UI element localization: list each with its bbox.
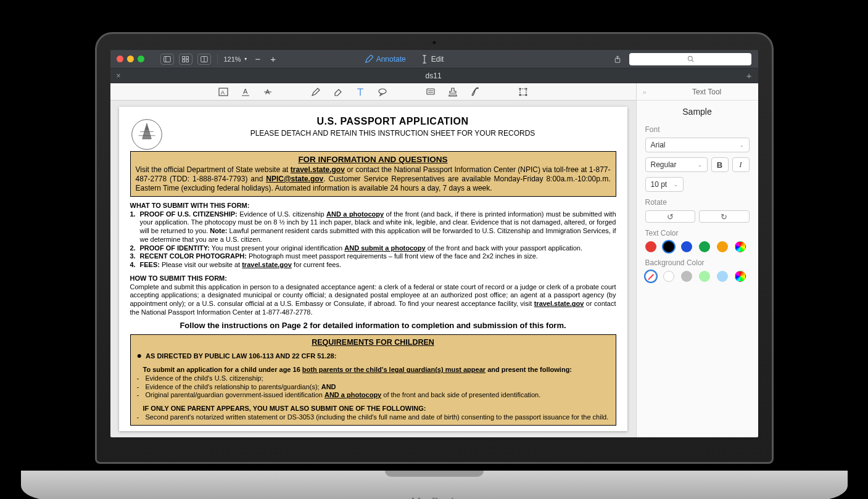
t: AND (321, 383, 336, 390)
tab-close-button[interactable]: × (110, 72, 127, 80)
font-style-dropdown[interactable]: Regular ⌄ (645, 157, 708, 172)
italic-button[interactable]: I (732, 157, 750, 172)
font-size-value: 10 pt (651, 180, 668, 189)
annotate-label: Annotate (376, 55, 406, 64)
info-heading: FOR INFORMATION AND QUESTIONS (136, 155, 611, 165)
svg-rect-26 (520, 89, 526, 95)
t: Evidence of the child's U.S. citizenship… (146, 374, 263, 383)
font-family-value: Arial (651, 141, 666, 149)
selection-icon[interactable] (518, 86, 529, 97)
svg-point-12 (688, 56, 692, 60)
stamp-icon[interactable] (447, 86, 458, 97)
t: Second parent's notarized written statem… (146, 413, 609, 422)
signature-icon[interactable] (469, 86, 481, 97)
t: AND submit a photocopy (344, 244, 425, 252)
italic-label: I (739, 160, 742, 170)
chevron-down-icon: ⌄ (674, 182, 678, 188)
font-size-dropdown[interactable]: 10 pt ⌄ (645, 177, 684, 192)
text-style-icon[interactable]: A (218, 86, 229, 97)
strikethrough-icon[interactable]: A (262, 86, 273, 97)
edit-mode-button[interactable]: Edit (421, 55, 444, 64)
tab-title[interactable]: ds11 (127, 72, 740, 80)
doc-subtitle: PLEASE DETACH AND RETAIN THIS INSTRUCTIO… (130, 129, 616, 138)
svg-point-22 (379, 89, 386, 94)
text-color-picker[interactable] (735, 241, 746, 252)
text-color-swatch[interactable] (663, 241, 674, 252)
svg-point-29 (519, 94, 521, 96)
underline-icon[interactable]: A (240, 86, 251, 97)
req-one: IF ONLY ONE PARENT APPEARS, YOU MUST ALS… (143, 405, 426, 412)
eraser-icon[interactable] (333, 86, 344, 97)
t: Please visit our website at (160, 261, 242, 268)
svg-point-27 (519, 88, 521, 89)
text-color-label: Text Color (645, 229, 750, 237)
sidebar-toggle-button[interactable] (160, 54, 174, 65)
text-color-swatch[interactable] (645, 241, 656, 252)
callout-icon[interactable] (377, 86, 388, 97)
req-directed: AS DIRECTED BY PUBLIC LAW 106-113 AND 22… (146, 352, 336, 360)
rotate-cw-button[interactable]: ↻ (699, 210, 750, 223)
what-heading: WHAT TO SUBMIT WITH THIS FORM: (130, 202, 616, 210)
text-color-swatch[interactable] (699, 241, 710, 252)
text-color-swatch[interactable] (681, 241, 692, 252)
t: travel.state.gov (534, 300, 584, 307)
zoom-value: 121% (224, 56, 241, 63)
doc-title: U.S. PASSPORT APPLICATION (130, 115, 616, 128)
zoom-level[interactable]: 121% ▼ (224, 56, 248, 63)
bg-color-swatch[interactable] (663, 271, 674, 282)
tab-bar: × ds11 + (110, 68, 758, 83)
how-body: Complete and submit this application in … (130, 283, 616, 317)
tab-add-button[interactable]: + (740, 70, 758, 81)
svg-rect-2 (182, 56, 184, 59)
font-family-dropdown[interactable]: Arial ⌄ (645, 138, 750, 152)
bg-color-picker[interactable] (735, 271, 746, 282)
traffic-lights (117, 56, 144, 62)
chevron-down-icon: ⌄ (698, 162, 702, 168)
t: To submit an application for a child und… (143, 366, 302, 373)
zoom-out-button[interactable]: − (253, 54, 263, 64)
t: both parents or the child's legal guardi… (302, 366, 486, 373)
svg-point-28 (526, 88, 527, 89)
note-icon[interactable] (425, 86, 436, 97)
t: AND a photocopy (324, 391, 381, 398)
thumbnails-button[interactable] (179, 54, 192, 65)
bg-color-label: Background Color (645, 258, 750, 267)
how-heading: HOW TO SUBMIT THIS FORM: (130, 274, 616, 283)
svg-rect-3 (186, 56, 188, 59)
text-color-swatches (645, 241, 750, 252)
bold-button[interactable]: B (711, 157, 729, 172)
svg-text:A: A (221, 89, 225, 96)
macbook-label: MacBook (21, 496, 848, 499)
bg-color-swatch[interactable] (717, 271, 728, 282)
share-button[interactable] (611, 54, 624, 65)
submit-list: 1.PROOF OF U.S. CITIZENSHIP: Evidence of… (130, 210, 616, 270)
bg-color-none[interactable] (645, 271, 656, 282)
close-window-button[interactable] (117, 56, 123, 62)
t: of the front and back side of presented … (381, 391, 540, 398)
annotate-mode-button[interactable]: Annotate (365, 55, 406, 64)
edit-label: Edit (431, 55, 444, 64)
bold-label: B (717, 160, 722, 170)
fullscreen-window-button[interactable] (138, 56, 144, 62)
zoom-in-button[interactable]: + (268, 54, 278, 64)
annotation-toolbar: A A A (110, 83, 636, 101)
svg-rect-4 (182, 59, 184, 62)
text-tool-icon[interactable] (355, 86, 366, 97)
t: travel.state.gov (242, 261, 292, 268)
li4-lead: FEES: (140, 261, 160, 268)
children-box: REQUIREMENTS FOR CHILDREN ● AS DIRECTED … (130, 334, 616, 426)
bg-color-swatch[interactable] (681, 271, 692, 282)
minimize-window-button[interactable] (127, 56, 134, 62)
search-input[interactable] (629, 53, 751, 65)
contact-sheet-button[interactable] (197, 54, 211, 65)
t: Evidence of U.S. citizenship (238, 210, 326, 218)
t: for current fees. (292, 261, 341, 268)
text-color-swatch[interactable] (717, 241, 728, 252)
sample-text: Sample (637, 101, 758, 125)
document-page: U.S. PASSPORT APPLICATION PLEASE DETACH … (119, 107, 627, 431)
pencil-icon[interactable] (310, 86, 321, 97)
rotate-ccw-button[interactable]: ↺ (645, 210, 696, 223)
t: You must present your original identific… (210, 244, 344, 252)
panel-collapse-button[interactable]: » (643, 88, 647, 96)
bg-color-swatch[interactable] (699, 271, 710, 282)
